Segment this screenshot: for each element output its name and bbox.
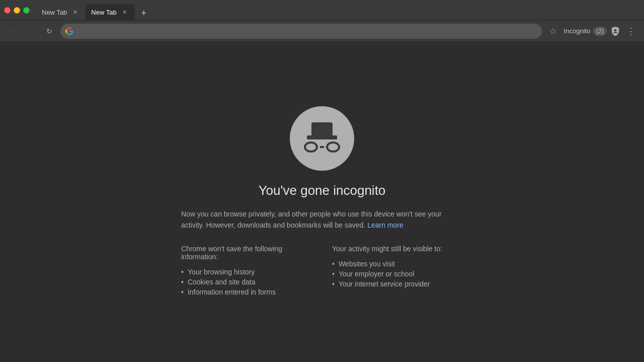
tab-bar: New Tab ✕ New Tab ✕ + <box>36 0 640 20</box>
chrome-wont-save-list: Your browsing history Cookies and site d… <box>181 267 312 297</box>
chrome-wont-save-column: Chrome won't save the following informat… <box>181 245 312 297</box>
back-button[interactable]: ← <box>6 24 20 38</box>
activity-visible-list: Websites you visit Your employer or scho… <box>332 259 463 289</box>
main-content: You've gone incognito Now you can browse… <box>0 41 644 362</box>
list-item: Your internet service provider <box>332 279 463 289</box>
list-item: Information entered in forms <box>181 287 312 297</box>
address-input[interactable] <box>76 27 537 35</box>
google-icon <box>65 27 73 35</box>
list-item: Websites you visit <box>332 259 463 269</box>
address-bar[interactable] <box>60 24 542 39</box>
forward-button[interactable]: → <box>24 24 38 38</box>
spy-glasses-icon <box>304 141 340 153</box>
menu-button[interactable]: ⋮ <box>624 24 638 38</box>
titlebar: New Tab ✕ New Tab ✕ + <box>0 0 644 20</box>
chrome-wont-save-heading: Chrome won't save the following informat… <box>181 245 312 261</box>
incognito-label: Incognito <box>564 27 591 35</box>
incognito-count: (2) <box>593 27 607 36</box>
minimize-button[interactable] <box>14 7 20 14</box>
traffic-lights <box>4 7 30 14</box>
incognito-heading: You've gone incognito <box>259 183 386 198</box>
toolbar-right: Incognito (2) ⋮ <box>564 24 638 38</box>
spy-hat-icon <box>307 124 337 139</box>
incognito-icon <box>610 26 621 37</box>
tab-2[interactable]: New Tab ✕ <box>85 4 134 20</box>
tab-2-label: New Tab <box>91 9 116 16</box>
list-item: Your employer or school <box>332 269 463 279</box>
activity-visible-column: Your activity might still be visible to:… <box>332 245 463 297</box>
new-tab-button[interactable]: + <box>137 6 151 20</box>
tab-1[interactable]: New Tab ✕ <box>36 4 85 20</box>
tab-1-label: New Tab <box>42 9 67 16</box>
maximize-button[interactable] <box>23 7 30 14</box>
toolbar: ← → ↻ ☆ Incognito (2) ⋮ <box>0 20 644 41</box>
incognito-avatar <box>290 106 354 171</box>
tab-2-close[interactable]: ✕ <box>121 8 129 16</box>
svg-point-0 <box>614 29 617 31</box>
bookmark-button[interactable]: ☆ <box>546 24 560 38</box>
list-item: Cookies and site data <box>181 277 312 287</box>
reload-button[interactable]: ↻ <box>42 24 56 38</box>
svg-rect-1 <box>613 32 617 33</box>
incognito-description: Now you can browse privately, and other … <box>171 208 473 231</box>
incognito-container: You've gone incognito Now you can browse… <box>171 106 473 298</box>
info-columns: Chrome won't save the following informat… <box>171 245 473 297</box>
activity-visible-heading: Your activity might still be visible to: <box>332 245 463 253</box>
close-button[interactable] <box>4 7 11 14</box>
learn-more-link[interactable]: Learn more <box>367 221 404 229</box>
incognito-badge[interactable]: Incognito (2) <box>564 26 621 37</box>
tab-1-close[interactable]: ✕ <box>71 8 79 16</box>
list-item: Your browsing history <box>181 267 312 277</box>
